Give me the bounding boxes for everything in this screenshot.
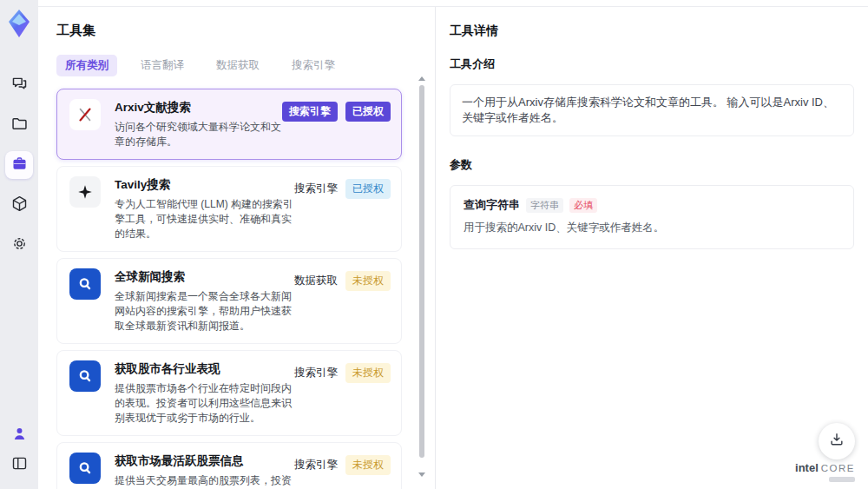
tool-category-badge: 搜索引擎 [282, 102, 338, 122]
param-type-chip: 字符串 [526, 198, 563, 213]
intel-core-logo: intelCORE [795, 459, 855, 482]
panel-toggle-icon [10, 454, 29, 476]
sidebar-item-profile[interactable] [5, 421, 33, 449]
tool-card-most-active-stocks[interactable]: 获取市场最活跃股票信息 提供当天交易量最高的股票列表，投资者可以利用这些信息来识… [56, 442, 402, 489]
list-scrollbar[interactable] [418, 76, 425, 477]
tool-list: Arxiv文献搜索 访问各个研究领域大量科学论文和文章的存储库。 搜索引擎 已授… [56, 89, 402, 489]
sidebar [0, 0, 38, 489]
scrollbar-thumb[interactable] [419, 85, 424, 458]
param-card: 查询字符串 字符串 必填 用于搜索的Arxiv ID、关键字或作者姓名。 [450, 185, 854, 249]
cube-icon [10, 195, 29, 216]
sidebar-collapse-button[interactable] [5, 451, 33, 479]
tab-language-translation[interactable]: 语言翻译 [132, 55, 193, 76]
app-root: 工具集 所有类别 语言翻译 数据获取 搜索引擎 Arxiv文献搜索 访问各个研究… [0, 0, 868, 489]
tool-status-badge: 未授权 [345, 271, 391, 291]
tool-card-tavily[interactable]: Tavily搜索 专为人工智能代理 (LLM) 构建的搜索引擎工具，可快速提供实… [56, 166, 402, 252]
intro-heading: 工具介绍 [450, 56, 854, 72]
tool-description: 专为人工智能代理 (LLM) 构建的搜索引擎工具，可快速提供实时、准确和真实的结… [115, 197, 294, 241]
tool-status-badge: 未授权 [345, 455, 391, 475]
intel-sub-badge [829, 477, 855, 482]
intro-text-box: 一个用于从Arxiv存储库搜索科学论文和文章的工具。 输入可以是Arxiv ID… [450, 84, 854, 136]
sparkle-icon [69, 176, 101, 208]
app-logo-gem-icon [4, 7, 34, 40]
tool-category: 数据获取 [294, 274, 338, 288]
briefcase-icon [10, 155, 29, 176]
tools-panel: 工具集 所有类别 语言翻译 数据获取 搜索引擎 Arxiv文献搜索 访问各个研究… [38, 7, 435, 489]
tool-name: 获取市场最活跃股票信息 [115, 453, 294, 469]
sidebar-item-chat[interactable] [5, 71, 33, 99]
tool-description: 提供当天交易量最高的股票列表，投资者可以利用这些信息来识别流动性强的股票和潜在的… [115, 473, 294, 489]
tool-name: Arxiv文献搜索 [115, 100, 282, 116]
param-required-chip: 必填 [569, 198, 597, 213]
tool-name: 获取股市各行业表现 [115, 361, 294, 377]
window-top-edge [38, 0, 868, 7]
sidebar-item-packages[interactable] [5, 191, 33, 219]
user-icon [10, 425, 29, 446]
tool-category: 搜索引擎 [294, 366, 338, 380]
gear-icon [10, 235, 29, 256]
tool-card-arxiv[interactable]: Arxiv文献搜索 访问各个研究领域大量科学论文和文章的存储库。 搜索引擎 已授… [56, 89, 402, 160]
download-button[interactable] [819, 423, 855, 459]
folder-icon [10, 115, 29, 136]
page-title: 工具集 [56, 23, 402, 39]
tool-card-global-news[interactable]: 全球新闻搜索 全球新闻搜索是一个聚合全球各大新闻网站内容的搜索引擎，帮助用户快速… [56, 258, 402, 344]
sidebar-item-settings[interactable] [5, 231, 33, 259]
scroll-down-arrow-icon[interactable] [418, 472, 425, 477]
tool-card-sector-performance[interactable]: 获取股市各行业表现 提供股票市场各个行业在特定时间段内的表现。投资者可以利用这些… [56, 350, 402, 436]
tool-status-badge: 未授权 [345, 363, 391, 383]
magnifier-blue-icon [69, 268, 101, 300]
download-icon [828, 431, 845, 452]
details-title: 工具详情 [450, 23, 854, 39]
arxiv-chi-icon [69, 99, 101, 130]
tool-details-panel: 工具详情 工具介绍 一个用于从Arxiv存储库搜索科学论文和文章的工具。 输入可… [435, 7, 868, 489]
tool-name: Tavily搜索 [115, 177, 294, 193]
tool-category: 搜索引擎 [294, 182, 338, 196]
tab-search-engine[interactable]: 搜索引擎 [283, 55, 344, 76]
params-heading: 参数 [450, 157, 854, 173]
tool-description: 访问各个研究领域大量科学论文和文章的存储库。 [115, 120, 282, 149]
tab-all-categories[interactable]: 所有类别 [56, 55, 117, 76]
sidebar-item-files[interactable] [5, 111, 33, 139]
tab-data-fetch[interactable]: 数据获取 [207, 55, 268, 76]
scroll-up-arrow-icon[interactable] [418, 76, 425, 81]
core-wordmark: CORE [821, 463, 855, 473]
category-tabs: 所有类别 语言翻译 数据获取 搜索引擎 [56, 55, 402, 76]
tool-description: 提供股票市场各个行业在特定时间段内的表现。投资者可以利用这些信息来识别表现优于或… [115, 381, 294, 426]
magnifier-blue-icon [69, 360, 101, 392]
tool-description: 全球新闻搜索是一个聚合全球各大新闻网站内容的搜索引擎，帮助用户快速获取全球最新资… [115, 289, 294, 334]
tool-status-badge: 已授权 [345, 102, 391, 122]
param-name: 查询字符串 [464, 197, 520, 213]
magnifier-blue-icon [69, 453, 101, 484]
tool-category: 搜索引擎 [294, 458, 338, 472]
chat-icon [10, 75, 29, 96]
param-description: 用于搜索的Arxiv ID、关键字或作者姓名。 [464, 221, 840, 235]
intel-wordmark: intel [795, 461, 819, 474]
tool-status-badge: 已授权 [345, 179, 391, 199]
sidebar-item-tools[interactable] [5, 151, 33, 179]
tool-name: 全球新闻搜索 [115, 269, 294, 285]
